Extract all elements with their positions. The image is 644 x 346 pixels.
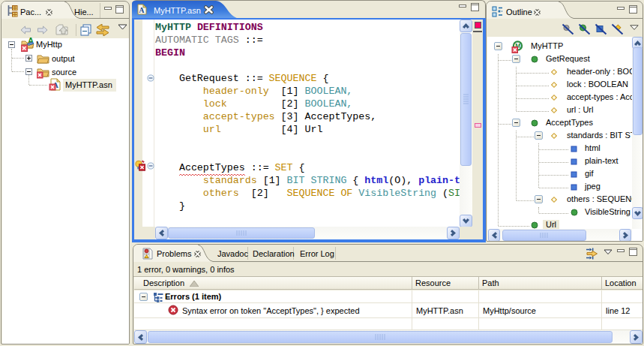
svg-text:A: A — [139, 6, 145, 14]
